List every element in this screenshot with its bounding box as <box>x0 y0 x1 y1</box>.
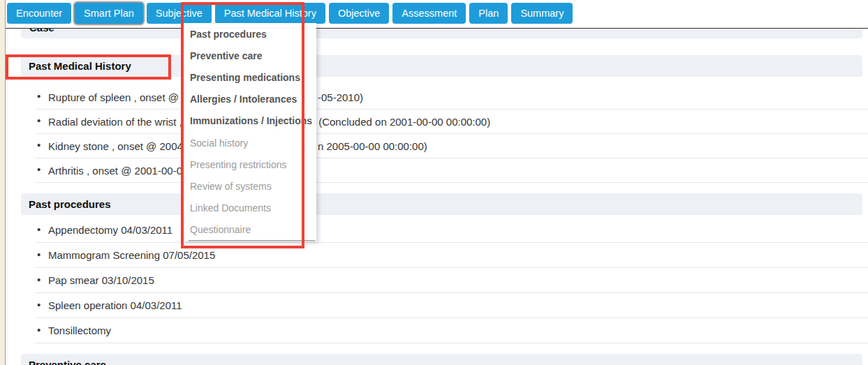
section-header-past-procedures: Past procedures <box>21 193 862 215</box>
page-left-gutter <box>0 0 5 365</box>
condition-text: Radial deviation of the wrist , <box>48 116 182 128</box>
nav-button-smart-plan[interactable]: Smart Plan <box>75 3 143 24</box>
menu-item-allergies-intolerances[interactable]: Allergies / Intolerances <box>184 89 316 110</box>
past-medical-history-dropdown-menu: Past procedures Preventive care Presenti… <box>184 23 316 241</box>
bullet-icon: • <box>37 324 41 336</box>
menu-item-linked-documents[interactable]: Linked Documents <box>184 198 316 219</box>
menu-item-preventive-care[interactable]: Preventive care <box>184 45 316 66</box>
nav-button-row: Encounter Smart Plan Subjective Past Med… <box>6 0 868 24</box>
bullet-icon: • <box>37 299 41 311</box>
condition-text-continued: n 2005-00-00 00:00:00) <box>318 140 427 152</box>
nav-button-assessment[interactable]: Assessment <box>392 3 466 24</box>
menu-item-social-history[interactable]: Social history <box>184 132 316 154</box>
list-item: • Mammogram Screening 07/05/2015 <box>35 243 868 268</box>
section-header-past-medical-history: Past Medical History <box>21 55 862 77</box>
procedure-text: Tonsillectomy <box>48 325 111 336</box>
menu-item-review-of-systems[interactable]: Review of systems <box>184 175 316 197</box>
section-header-preventive-care: Preventive care <box>21 354 862 365</box>
bullet-icon: • <box>37 223 41 235</box>
nav-button-objective[interactable]: Objective <box>329 3 389 24</box>
bullet-icon: • <box>37 90 41 102</box>
condition-text-continued: ) (Concluded on 2001-00-00 00:00:00) <box>312 116 490 128</box>
section-title: Past procedures <box>29 198 111 210</box>
section-title: Past Medical History <box>29 60 131 72</box>
nav-button-past-medical-history[interactable]: Past Medical History <box>215 3 325 24</box>
bullet-icon: • <box>37 114 41 126</box>
list-item: • Pap smear 03/10/2015 <box>35 268 868 293</box>
condition-text: Kidney stone , onset @ 2004- <box>48 140 186 152</box>
procedure-text: Pap smear 03/10/2015 <box>48 274 154 286</box>
bullet-icon: • <box>37 248 41 260</box>
menu-item-presenting-restrictions[interactable]: Presenting restrictions <box>184 154 316 175</box>
nav-button-subjective[interactable]: Subjective <box>147 3 212 24</box>
condition-text: Rupture of spleen , onset @ 0 <box>48 91 188 103</box>
section-title: Preventive care <box>29 359 106 365</box>
top-nav: Encounter Smart Plan Subjective Past Med… <box>6 0 868 28</box>
procedure-text: Mammogram Screening 07/05/2015 <box>48 249 215 261</box>
nav-button-summary[interactable]: Summary <box>511 3 573 24</box>
bullet-icon: • <box>37 163 41 175</box>
list-item: • Arthritis , onset @ 2001-00-00 <box>35 158 868 183</box>
list-item: • Spleen operation 04/03/2011 <box>35 293 868 318</box>
nav-button-encounter[interactable]: Encounter <box>7 3 71 24</box>
dropdown-bottom-divider <box>189 240 315 241</box>
nav-button-plan[interactable]: Plan <box>469 3 508 24</box>
condition-text-continued: -05-2010) <box>318 91 363 103</box>
emr-encounter-page: Encounter Smart Plan Subjective Past Med… <box>0 0 868 365</box>
bullet-icon: • <box>37 274 41 285</box>
list-item: • Tonsillectomy <box>35 318 868 343</box>
truncated-section-title: Case <box>21 29 862 33</box>
list-item: • Kidney stone , onset @ 2004- n 2005-00… <box>35 134 868 158</box>
page-left-border <box>5 0 6 365</box>
list-item: • Rupture of spleen , onset @ 0 -05-2010… <box>35 85 868 110</box>
condition-text: Arthritis , onset @ 2001-00-00 <box>48 165 188 177</box>
procedure-text: Spleen operation 04/03/2011 <box>48 299 182 311</box>
menu-item-questionnaire[interactable]: Questionnaire <box>184 219 316 241</box>
past-procedures-list: • Appendectomy 04/03/2011 • Mammogram Sc… <box>35 218 868 343</box>
bullet-icon: • <box>37 139 41 151</box>
menu-item-immunizations-injections[interactable]: Immunizations / Injections <box>184 110 316 132</box>
menu-item-past-procedures[interactable]: Past procedures <box>184 23 316 45</box>
procedure-text: Appendectomy 04/03/2011 <box>48 224 172 236</box>
menu-item-presenting-medications[interactable]: Presenting medications <box>184 66 316 88</box>
truncated-section-header: Case <box>21 29 862 38</box>
list-item: • Radial deviation of the wrist , ) (Con… <box>35 110 868 134</box>
list-item: • Appendectomy 04/03/2011 <box>35 218 868 243</box>
past-medical-history-list: • Rupture of spleen , onset @ 0 -05-2010… <box>35 85 868 183</box>
